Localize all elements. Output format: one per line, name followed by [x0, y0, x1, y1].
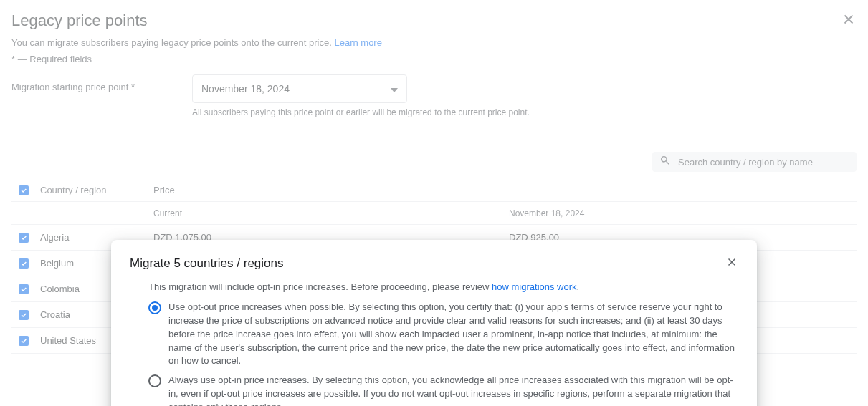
row-checkbox[interactable] [19, 233, 29, 243]
page-title: Legacy price points [11, 11, 148, 30]
modal-title: Migrate 5 countries / regions [130, 256, 284, 271]
modal-intro-text: This migration will include opt-in price… [130, 281, 738, 292]
search-input[interactable] [678, 157, 849, 168]
subheader-historical: November 18, 2024 [509, 208, 857, 218]
migration-start-helper: All subscribers paying this price point … [192, 107, 530, 117]
column-header-country: Country / region [40, 185, 153, 195]
migration-start-select[interactable]: November 18, 2024 [192, 74, 407, 103]
row-checkbox[interactable] [19, 284, 29, 294]
row-checkbox[interactable] [19, 258, 29, 269]
subheader-current: Current [153, 208, 509, 218]
how-migrations-work-link[interactable]: how migrations work [492, 281, 577, 292]
radio-opt-out-label: Use opt-out price increases when possibl… [168, 301, 738, 368]
required-fields-note: * — Required fields [11, 54, 857, 64]
modal-close-icon[interactable] [725, 256, 738, 271]
radio-opt-out[interactable] [148, 301, 161, 314]
close-icon[interactable] [841, 11, 857, 30]
learn-more-link[interactable]: Learn more [334, 37, 381, 48]
page-subtitle: You can migrate subscribers paying legac… [11, 37, 857, 48]
chevron-down-icon [391, 83, 398, 95]
radio-opt-in-label: Always use opt-in price increases. By se… [168, 374, 738, 406]
column-header-price: Price [153, 185, 509, 195]
migrate-modal: Migrate 5 countries / regions This migra… [111, 240, 757, 406]
migration-start-value: November 18, 2024 [201, 83, 290, 95]
row-checkbox[interactable] [19, 310, 29, 320]
migration-start-label: Migration starting price point * [11, 74, 135, 92]
radio-opt-in[interactable] [148, 374, 161, 387]
search-icon [659, 155, 678, 169]
select-all-checkbox[interactable] [19, 185, 29, 195]
row-checkbox[interactable] [19, 336, 29, 346]
search-box[interactable] [652, 152, 857, 172]
